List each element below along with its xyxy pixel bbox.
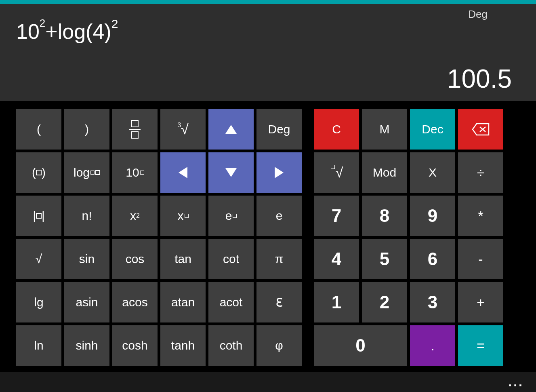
digit-9-button[interactable]: 9: [410, 196, 455, 236]
nth-root-button[interactable]: √: [314, 152, 359, 193]
sinh-button[interactable]: sinh: [64, 325, 109, 366]
x-power-button[interactable]: x: [160, 196, 206, 236]
cos-button[interactable]: cos: [112, 239, 158, 279]
digit-8-button[interactable]: 8: [362, 196, 407, 236]
phi-button[interactable]: φ: [256, 325, 302, 366]
expr-tail-sup: 2: [111, 17, 118, 30]
lg-button[interactable]: lg: [16, 282, 61, 322]
placeholder-box-icon: [36, 213, 42, 219]
more-button[interactable]: ...: [508, 375, 524, 390]
numeric-pad: C M Dec √ Mod X ÷ 7 8: [314, 109, 503, 372]
tanh-button[interactable]: tanh: [160, 325, 206, 366]
digit-0-button[interactable]: 0: [314, 325, 407, 366]
digit-4-button[interactable]: 4: [314, 239, 359, 279]
divide-button[interactable]: ÷: [458, 152, 503, 193]
title-bar: [0, 0, 536, 4]
clear-button[interactable]: C: [314, 109, 359, 150]
memory-button[interactable]: M: [362, 109, 407, 150]
cube-root-exp: 3: [177, 122, 181, 129]
expr-exp-1: 2: [40, 17, 45, 29]
placeholder-box-icon: [185, 214, 189, 218]
acos-button[interactable]: acos: [112, 282, 158, 322]
app-bar: ...: [0, 372, 536, 392]
backspace-button[interactable]: [458, 109, 503, 150]
add-button[interactable]: +: [458, 282, 503, 322]
pi-button[interactable]: π: [256, 239, 302, 279]
nav-right-button[interactable]: [256, 152, 302, 193]
calculator-app: Deg 102+log(4)2 100.5 ( ) 3 √ Deg: [0, 0, 536, 392]
digit-7-button[interactable]: 7: [314, 196, 359, 236]
equals-button[interactable]: =: [458, 325, 503, 366]
nav-down-button[interactable]: [208, 152, 254, 193]
result-display: 100.5: [447, 64, 512, 94]
decimal-point-button[interactable]: .: [410, 325, 455, 366]
right-arrow-icon: [275, 167, 284, 178]
down-arrow-icon: [225, 168, 237, 177]
keypad-area: ( ) 3 √ Deg () log: [0, 101, 536, 372]
digit-2-button[interactable]: 2: [362, 282, 407, 322]
euler-e-button[interactable]: e: [256, 196, 302, 236]
cube-root-button[interactable]: 3 √: [160, 109, 206, 150]
placeholder-box-icon: [36, 170, 42, 175]
subtract-button[interactable]: -: [458, 239, 503, 279]
coth-button[interactable]: coth: [208, 325, 254, 366]
digit-5-button[interactable]: 5: [362, 239, 407, 279]
cot-button[interactable]: cot: [208, 239, 254, 279]
fraction-icon: [129, 120, 141, 139]
up-arrow-icon: [225, 125, 237, 134]
fraction-button[interactable]: [112, 109, 158, 150]
function-pad: ( ) 3 √ Deg () log: [16, 109, 302, 372]
log-base-button[interactable]: log: [64, 152, 109, 193]
mod-button[interactable]: Mod: [362, 152, 407, 193]
expr-part-1: 10: [16, 20, 40, 43]
asin-button[interactable]: asin: [64, 282, 109, 322]
open-paren-button[interactable]: (: [16, 109, 61, 150]
tan-button[interactable]: tan: [160, 239, 206, 279]
abs-button[interactable]: ||: [16, 196, 61, 236]
backspace-icon: [472, 123, 490, 136]
ten-power-button[interactable]: 10: [112, 152, 158, 193]
angle-mode-indicator: Deg: [468, 8, 488, 21]
cosh-button[interactable]: cosh: [112, 325, 158, 366]
display-area: Deg 102+log(4)2 100.5: [0, 4, 536, 101]
cube-root-symbol: √: [181, 122, 189, 137]
left-arrow-icon: [179, 167, 187, 178]
placeholder-box-icon: [331, 165, 335, 169]
expr-part-2: +log(4): [45, 20, 111, 43]
multiply-button[interactable]: *: [458, 196, 503, 236]
number-mode-button[interactable]: Dec: [410, 109, 455, 150]
placeholder-box-icon: [140, 171, 144, 175]
sqrt-button[interactable]: √: [16, 239, 61, 279]
ln-button[interactable]: ln: [16, 325, 61, 366]
e-power-button[interactable]: e: [208, 196, 254, 236]
nav-left-button[interactable]: [160, 152, 206, 193]
digit-1-button[interactable]: 1: [314, 282, 359, 322]
x-squared-button[interactable]: x2: [112, 196, 158, 236]
x-variable-button[interactable]: X: [410, 152, 455, 193]
expression-display: 102+log(4)2: [16, 19, 520, 44]
atan-button[interactable]: atan: [160, 282, 206, 322]
angle-mode-button[interactable]: Deg: [256, 109, 302, 150]
sin-button[interactable]: sin: [64, 239, 109, 279]
placeholder-box-icon: [233, 214, 237, 218]
paren-group-button[interactable]: (): [16, 152, 61, 193]
acot-button[interactable]: acot: [208, 282, 254, 322]
factorial-button[interactable]: n!: [64, 196, 109, 236]
placeholder-box-icon: [90, 171, 95, 175]
digit-3-button[interactable]: 3: [410, 282, 455, 322]
digit-6-button[interactable]: 6: [410, 239, 455, 279]
placeholder-box-icon: [95, 170, 100, 175]
epsilon-button[interactable]: Ɛ: [256, 282, 302, 322]
close-paren-button[interactable]: ): [64, 109, 109, 150]
nav-up-button[interactable]: [208, 109, 254, 150]
